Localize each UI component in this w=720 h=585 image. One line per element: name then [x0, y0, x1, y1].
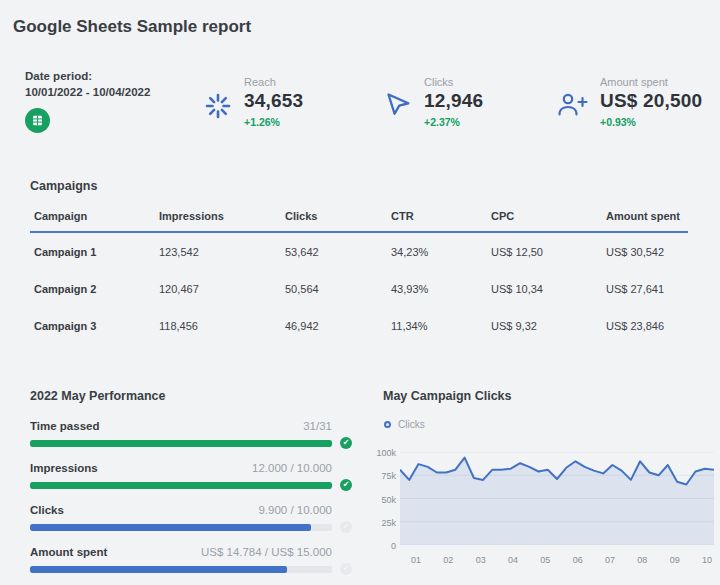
cell-clicks: 50,564 — [285, 283, 391, 295]
kpi-value: 34,653 — [244, 90, 303, 112]
cell-clicks: 46,942 — [285, 320, 391, 332]
progress-label: Impressions — [30, 462, 98, 474]
column-header-cpc: CPC — [491, 210, 606, 222]
progress-status-check-icon: ✔ — [340, 479, 352, 491]
progress-fill — [30, 482, 332, 489]
performance-row: Clicks 9.900 / 10.000 ✔ — [30, 504, 352, 533]
column-header-ctr: CTR — [391, 210, 491, 222]
cell-campaign: Campaign 1 — [34, 246, 159, 258]
date-period-range: 10/01/2022 - 10/04/2022 — [25, 86, 150, 98]
cell-campaign: Campaign 2 — [34, 283, 159, 295]
table-row: Campaign 3 118,456 46,942 11,34% US$ 9,3… — [30, 307, 688, 344]
table-body: Campaign 1 123,542 53,642 34,23% US$ 12,… — [30, 233, 688, 344]
plot-area — [400, 452, 714, 545]
campaigns-table: Campaign Impressions Clicks CTR CPC Amou… — [30, 210, 688, 344]
column-header-impressions: Impressions — [159, 210, 285, 222]
x-tick-label: 04 — [508, 555, 518, 565]
progress-label: Clicks — [30, 504, 64, 516]
progress-status-check-icon: ✔ — [340, 563, 352, 575]
performance-heading: 2022 May Performance — [30, 389, 166, 403]
clicks-line-chart — [400, 452, 714, 545]
y-tick-label: 100k — [376, 448, 396, 458]
x-tick-label: 01 — [411, 555, 421, 565]
kpi-value: US$ 20,500 — [600, 90, 702, 112]
column-header-campaign: Campaign — [34, 210, 159, 222]
cell-amount: US$ 30,542 — [606, 246, 688, 258]
kpi-delta: +1.26% — [244, 116, 303, 128]
progress-fill — [30, 566, 287, 573]
progress-value: 9.900 / 10.000 — [258, 504, 332, 516]
cell-impressions: 123,542 — [159, 246, 285, 258]
progress-label: Amount spent — [30, 546, 107, 558]
table-row: Campaign 1 123,542 53,642 34,23% US$ 12,… — [30, 233, 688, 270]
progress-fill — [30, 440, 332, 447]
table-glyph — [30, 113, 45, 128]
cell-cpc: US$ 9,32 — [491, 320, 606, 332]
progress-track — [30, 482, 332, 489]
x-tick-label: 05 — [540, 555, 550, 565]
table-row: Campaign 2 120,467 50,564 43,93% US$ 10,… — [30, 270, 688, 307]
column-header-amount-spent: Amount spent — [606, 210, 688, 222]
progress-value: US$ 14.784 / US$ 15.000 — [201, 546, 332, 558]
y-tick-label: 25k — [381, 518, 396, 528]
chart-legend: Clicks — [384, 419, 425, 430]
cell-cpc: US$ 10,34 — [491, 283, 606, 295]
x-tick-label: 02 — [443, 555, 453, 565]
cursor-icon — [385, 91, 413, 119]
x-tick-label: 10 — [702, 555, 712, 565]
cell-cpc: US$ 12,50 — [491, 246, 606, 258]
x-tick-label: 07 — [605, 555, 615, 565]
spinner-icon — [203, 91, 233, 121]
cell-clicks: 53,642 — [285, 246, 391, 258]
x-tick-label: 03 — [476, 555, 486, 565]
progress-label: Time passed — [30, 420, 99, 432]
date-period: Date period: 10/01/2022 - 10/04/2022 — [25, 70, 150, 133]
kpi-label: Reach — [244, 76, 303, 88]
person-add-icon — [555, 91, 589, 119]
y-tick-label: 75k — [381, 471, 396, 481]
kpi-delta: +2.37% — [424, 116, 483, 128]
cell-amount: US$ 23,846 — [606, 320, 688, 332]
x-tick-label: 09 — [670, 555, 680, 565]
kpi-label: Clicks — [424, 76, 483, 88]
progress-track — [30, 440, 332, 447]
kpi-label: Amount spent — [600, 76, 702, 88]
performance-row: Amount spent US$ 14.784 / US$ 15.000 ✔ — [30, 546, 352, 575]
google-sheets-icon — [25, 108, 50, 133]
progress-track — [30, 524, 332, 531]
performance-list: Time passed 31/31 ✔ Impressions 12.000 /… — [30, 420, 352, 585]
progress-status-check-icon: ✔ — [340, 521, 352, 533]
kpi-delta: +0.93% — [600, 116, 702, 128]
performance-row: Impressions 12.000 / 10.000 ✔ — [30, 462, 352, 491]
progress-value: 12.000 / 10.000 — [252, 462, 332, 474]
y-tick-label: 0 — [391, 541, 396, 551]
y-tick-label: 50k — [381, 495, 396, 505]
cell-impressions: 118,456 — [159, 320, 285, 332]
table-header-row: Campaign Impressions Clicks CTR CPC Amou… — [30, 210, 688, 233]
chart-heading: May Campaign Clicks — [383, 389, 512, 403]
cell-campaign: Campaign 3 — [34, 320, 159, 332]
cell-ctr: 11,34% — [391, 320, 491, 332]
progress-status-check-icon: ✔ — [340, 437, 352, 449]
performance-row: Time passed 31/31 ✔ — [30, 420, 352, 449]
kpi-reach: Reach 34,653 +1.26% — [203, 76, 303, 128]
kpi-clicks: Clicks 12,946 +2.37% — [385, 76, 483, 128]
kpi-amount-spent: Amount spent US$ 20,500 +0.93% — [555, 76, 702, 128]
progress-track — [30, 566, 332, 573]
x-tick-label: 06 — [573, 555, 583, 565]
cell-ctr: 43,93% — [391, 283, 491, 295]
date-period-label: Date period: — [25, 70, 150, 82]
cell-impressions: 120,467 — [159, 283, 285, 295]
cell-amount: US$ 27,641 — [606, 283, 688, 295]
x-axis: 01020304050607080910 — [400, 555, 714, 565]
cell-ctr: 34,23% — [391, 246, 491, 258]
progress-fill — [30, 524, 311, 531]
campaigns-heading: Campaigns — [30, 179, 97, 193]
progress-value: 31/31 — [303, 420, 332, 432]
legend-label: Clicks — [398, 419, 425, 430]
column-header-clicks: Clicks — [285, 210, 391, 222]
kpi-value: 12,946 — [424, 90, 483, 112]
x-tick-label: 08 — [637, 555, 647, 565]
y-axis: 100k75k50k25k0 — [362, 452, 396, 545]
legend-ring-icon — [384, 421, 391, 428]
